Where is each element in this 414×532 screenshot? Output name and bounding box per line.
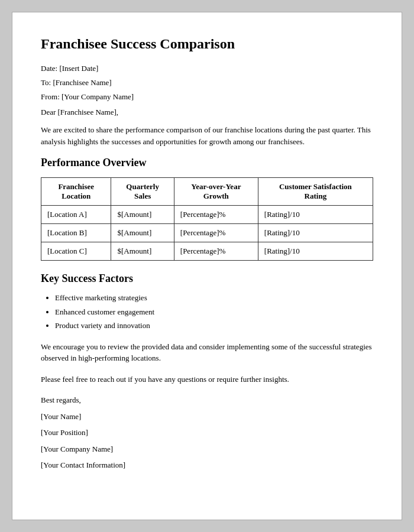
table-row: [Location B]$[Amount][Percentage]%[Ratin… — [41, 224, 373, 242]
closing-regards: Best regards, — [41, 394, 373, 406]
table-cell: [Percentage]% — [174, 242, 258, 261]
table-cell: [Rating]/10 — [258, 224, 373, 242]
table-header-row: FranchiseeLocation QuarterlySales Year-o… — [41, 178, 373, 206]
salutation: Dear [Franchisee Name], — [41, 108, 373, 117]
table-cell: [Location C] — [41, 242, 111, 261]
list-item: Product variety and innovation — [55, 320, 373, 332]
date-line: Date: [Insert Date] — [41, 64, 373, 73]
closing-block: Best regards, [Your Name] [Your Position… — [41, 394, 373, 471]
col-header-location: FranchiseeLocation — [41, 178, 111, 206]
body-text-1: We encourage you to review the provided … — [41, 341, 373, 364]
col-header-sales: QuarterlySales — [111, 178, 174, 206]
table-cell: [Location A] — [41, 206, 111, 224]
table-cell: [Location B] — [41, 224, 111, 242]
performance-table: FranchiseeLocation QuarterlySales Year-o… — [41, 177, 373, 261]
table-cell: [Rating]/10 — [258, 242, 373, 261]
table-cell: [Percentage]% — [174, 224, 258, 242]
intro-text: We are excited to share the performance … — [41, 124, 373, 147]
table-row: [Location A]$[Amount][Percentage]%[Ratin… — [41, 206, 373, 224]
list-item: Enhanced customer engagement — [55, 306, 373, 318]
table-cell: $[Amount] — [111, 242, 174, 261]
col-header-satisfaction: Customer SatisfactionRating — [258, 178, 373, 206]
table-cell: [Rating]/10 — [258, 206, 373, 224]
document-page: Franchisee Success Comparison Date: [Ins… — [12, 12, 402, 520]
closing-company: [Your Company Name] — [41, 443, 373, 455]
from-line: From: [Your Company Name] — [41, 92, 373, 102]
table-cell: $[Amount] — [111, 206, 174, 224]
body-text-2: Please feel free to reach out if you hav… — [41, 374, 373, 385]
col-header-growth: Year-over-YearGrowth — [174, 178, 258, 206]
table-cell: [Percentage]% — [174, 206, 258, 224]
closing-name: [Your Name] — [41, 411, 373, 423]
key-success-list: Effective marketing strategiesEnhanced c… — [55, 292, 373, 332]
key-success-heading: Key Success Factors — [41, 273, 373, 285]
closing-position: [Your Position] — [41, 427, 373, 439]
to-line: To: [Franchisee Name] — [41, 78, 373, 87]
table-row: [Location C]$[Amount][Percentage]%[Ratin… — [41, 242, 373, 261]
closing-contact: [Your Contact Information] — [41, 459, 373, 471]
document-title: Franchisee Success Comparison — [41, 36, 373, 52]
table-cell: $[Amount] — [111, 224, 174, 242]
list-item: Effective marketing strategies — [55, 292, 373, 304]
performance-heading: Performance Overview — [41, 157, 373, 169]
